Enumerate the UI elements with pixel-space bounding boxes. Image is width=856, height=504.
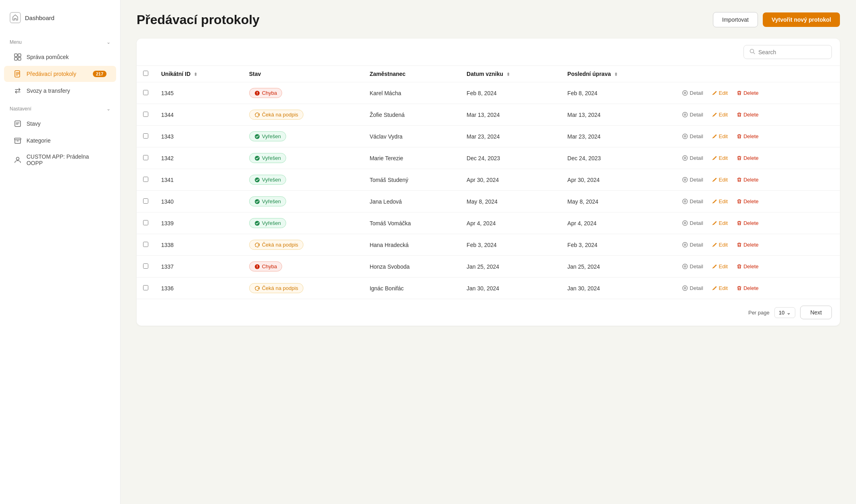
detail-button[interactable]: Detail [680, 111, 704, 118]
uprava-sort-icon[interactable]: ⬍ [614, 72, 618, 77]
grid-icon [14, 53, 22, 61]
per-page-select[interactable]: 10 ⌄ [774, 307, 795, 318]
detail-button[interactable]: Detail [680, 89, 704, 97]
select-all-checkbox[interactable] [143, 71, 148, 76]
nastaveni-section-label: Nastavení [10, 106, 31, 112]
delete-button[interactable]: Delete [735, 111, 760, 118]
edit-button[interactable]: Edit [711, 133, 729, 140]
row-checkbox[interactable] [143, 198, 148, 204]
row-checkbox[interactable] [143, 242, 148, 247]
edit-button[interactable]: Edit [711, 111, 729, 118]
row-checkbox[interactable] [143, 263, 148, 269]
delete-button[interactable]: Delete [735, 219, 760, 227]
status-badge: Chyba [249, 88, 283, 98]
col-header-id: Unikátní ID ⬍ [155, 66, 243, 82]
file-icon [14, 120, 22, 128]
predavaci-protokoly-label: Předávací protokoly [27, 71, 76, 77]
sidebar-item-svozy-transfery[interactable]: Svozy a transfery [4, 83, 116, 99]
delete-button[interactable]: Delete [735, 284, 760, 292]
row-checkbox[interactable] [143, 177, 148, 182]
delete-button[interactable]: Delete [735, 241, 760, 249]
row-stav: Vyřešen [243, 147, 363, 169]
row-datum-vzniku: Mar 23, 2024 [460, 126, 561, 147]
row-actions: Detail Edit Delete [674, 278, 840, 299]
row-checkbox-cell[interactable] [137, 82, 155, 104]
main-content: Předávací protokoly Importovat Vytvořit … [121, 0, 856, 504]
row-checkbox-cell[interactable] [137, 104, 155, 126]
search-box[interactable] [743, 45, 832, 59]
edit-button[interactable]: Edit [711, 284, 729, 292]
row-checkbox-cell[interactable] [137, 256, 155, 278]
table-row: 1338 Čeká na podpis Hana Hradecká Feb 3,… [137, 234, 840, 256]
svg-point-34 [683, 264, 688, 269]
edit-button[interactable]: Edit [711, 241, 729, 249]
row-checkbox[interactable] [143, 90, 148, 95]
delete-button[interactable]: Delete [735, 176, 760, 184]
sidebar-item-sprava-pomucek[interactable]: Správa pomůcek [4, 49, 116, 65]
edit-button[interactable]: Edit [711, 219, 729, 227]
edit-button[interactable]: Edit [711, 263, 729, 270]
detail-button[interactable]: Detail [680, 133, 704, 140]
row-checkbox-cell[interactable] [137, 212, 155, 234]
archive-icon [14, 137, 22, 145]
delete-button[interactable]: Delete [735, 198, 760, 205]
page-title: Předávací protokoly [137, 12, 260, 27]
sidebar-item-custom-app[interactable]: CUSTOM APP: Prádelna OOPP [4, 149, 116, 170]
detail-button[interactable]: Detail [680, 219, 704, 227]
sidebar-item-predavaci-protokoly[interactable]: Předávací protokoly 217 [4, 66, 116, 82]
next-button[interactable]: Next [800, 306, 832, 319]
edit-button[interactable]: Edit [711, 89, 729, 97]
status-badge: Vyřešen [249, 218, 286, 228]
select-all-cell[interactable] [137, 66, 155, 82]
row-checkbox[interactable] [143, 285, 148, 290]
datum-sort-icon[interactable]: ⬍ [506, 72, 510, 77]
row-datum-vzniku: May 8, 2024 [460, 191, 561, 212]
table-container: Unikátní ID ⬍ Stav Zaměstnanec Datum vzn… [137, 39, 840, 326]
row-checkbox-cell[interactable] [137, 234, 155, 256]
edit-button[interactable]: Edit [711, 198, 729, 205]
sidebar-item-kategorie[interactable]: Kategorie [4, 133, 116, 149]
search-input[interactable] [758, 49, 826, 55]
create-button[interactable]: Vytvořit nový protokol [763, 12, 840, 27]
row-checkbox[interactable] [143, 112, 148, 117]
table-row: 1345 Chyba Karel Mácha Feb 8, 2024 Feb 8… [137, 82, 840, 104]
delete-button[interactable]: Delete [735, 89, 760, 97]
row-checkbox[interactable] [143, 155, 148, 160]
row-posledni-uprava: Feb 8, 2024 [561, 82, 674, 104]
dashboard-link[interactable]: Dashboard [0, 8, 120, 33]
svg-point-33 [257, 267, 258, 268]
detail-button[interactable]: Detail [680, 263, 704, 270]
row-checkbox-cell[interactable] [137, 169, 155, 191]
menu-section-header: Menu ⌄ [0, 33, 120, 48]
nastaveni-collapse-icon[interactable]: ⌄ [106, 106, 111, 112]
row-checkbox-cell[interactable] [137, 126, 155, 147]
person-icon [14, 156, 22, 164]
delete-button[interactable]: Delete [735, 263, 760, 270]
dashboard-label: Dashboard [25, 14, 54, 21]
row-checkbox-cell[interactable] [137, 147, 155, 169]
menu-collapse-icon[interactable]: ⌄ [106, 39, 111, 45]
detail-button[interactable]: Detail [680, 154, 704, 162]
row-posledni-uprava: Mar 13, 2024 [561, 104, 674, 126]
row-checkbox[interactable] [143, 220, 148, 225]
row-checkbox-cell[interactable] [137, 191, 155, 212]
detail-button[interactable]: Detail [680, 241, 704, 249]
delete-button[interactable]: Delete [735, 154, 760, 162]
table-footer: Per page 10 ⌄ Next [137, 299, 840, 326]
detail-button[interactable]: Detail [680, 198, 704, 205]
row-checkbox[interactable] [143, 133, 148, 139]
detail-button[interactable]: Detail [680, 284, 704, 292]
svg-point-14 [684, 114, 686, 116]
svg-point-20 [684, 157, 686, 159]
col-header-uprava: Poslední úprava ⬍ [561, 66, 674, 82]
row-checkbox-cell[interactable] [137, 278, 155, 299]
detail-button[interactable]: Detail [680, 176, 704, 184]
row-actions: Detail Edit Delete [674, 234, 840, 256]
edit-button[interactable]: Edit [711, 176, 729, 184]
import-button[interactable]: Importovat [713, 12, 758, 27]
id-sort-icon[interactable]: ⬍ [194, 72, 197, 77]
delete-button[interactable]: Delete [735, 133, 760, 140]
sidebar-item-stavy[interactable]: Stavy [4, 116, 116, 132]
edit-button[interactable]: Edit [711, 154, 729, 162]
row-posledni-uprava: Mar 23, 2024 [561, 126, 674, 147]
